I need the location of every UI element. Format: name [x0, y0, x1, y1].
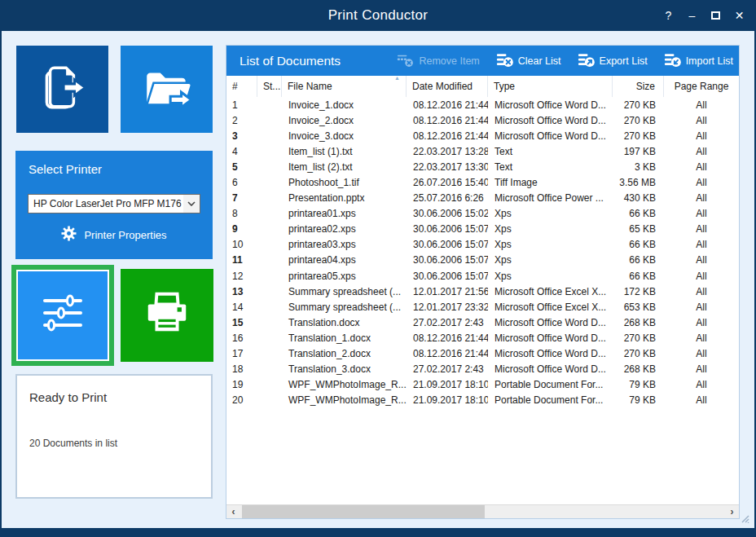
row-number: 10 [226, 239, 257, 250]
row-number: 12 [226, 271, 257, 282]
column-header-date-modified[interactable]: Date Modified [407, 76, 488, 97]
row-number: 11 [226, 254, 257, 266]
row-page-range: All [664, 239, 739, 250]
resize-grip-icon[interactable] [741, 512, 749, 526]
table-row[interactable]: 2 Invoice_2.docx 08.12.2016 21:44 Micros… [226, 112, 739, 128]
scroll-right-icon[interactable]: › [725, 505, 739, 518]
close-button[interactable]: ✕ [727, 0, 751, 31]
table-row[interactable]: 12 printarea05.xps 30.06.2006 15:07 Xps … [226, 268, 739, 284]
row-type: Microsoft Office Word D... [488, 363, 613, 375]
row-date-modified: 30.06.2006 15:07 [407, 254, 488, 266]
table-row[interactable]: 8 printarea01.xps 30.06.2006 15:02 Xps 6… [226, 206, 739, 222]
row-date-modified: 08.12.2016 21:44 [407, 348, 488, 359]
row-file-name: Invoice_1.docx [282, 99, 407, 111]
table-row[interactable]: 19 WPF_WMPhotoImage_R... 21.09.2017 18:1… [226, 377, 739, 393]
table-row[interactable]: 15 Translation.docx 27.02.2017 2:43 Micr… [226, 315, 739, 330]
export-list-button[interactable]: Export List [578, 51, 648, 71]
row-number: 6 [226, 177, 257, 188]
documents-header: List of Documents [226, 46, 739, 76]
row-size: 430 KB [613, 192, 664, 204]
row-page-range: All [664, 115, 739, 126]
print-settings-button[interactable] [11, 265, 114, 366]
table-row[interactable]: 14 Summary spreadsheet (... 12.01.2017 2… [226, 299, 739, 315]
table-row[interactable]: 20 WPF_WMPhotoImage_R... 21.09.2017 18:1… [226, 393, 739, 408]
add-files-button[interactable] [16, 46, 108, 133]
column-header-type[interactable]: Type [488, 76, 613, 97]
column-header-status[interactable]: St... [257, 76, 282, 97]
column-header-number[interactable]: # [226, 76, 257, 97]
row-number: 8 [226, 208, 257, 219]
sliders-icon [37, 288, 89, 343]
row-size: 3.56 MB [613, 177, 664, 188]
import-list-icon [664, 51, 681, 71]
row-file-name: printarea03.xps [282, 239, 407, 250]
row-page-range: All [664, 363, 739, 375]
row-date-modified: 08.12.2016 21:44 [407, 115, 488, 126]
table-row[interactable]: 18 Translation_3.docx 27.02.2017 2:43 Mi… [226, 362, 739, 377]
row-file-name: Invoice_3.docx [282, 130, 407, 142]
row-number: 9 [226, 223, 257, 235]
row-file-name: Photoshoot_1.tif [282, 177, 407, 188]
documents-table: 1 Invoice_1.docx 08.12.2016 21:44 Micros… [226, 97, 739, 408]
row-type: Xps [488, 208, 613, 219]
import-list-button[interactable]: Import List [664, 51, 733, 71]
clear-list-icon [496, 51, 513, 71]
row-date-modified: 08.12.2016 21:44 [407, 99, 488, 111]
row-file-name: Translation_3.docx [282, 363, 407, 375]
row-date-modified: 30.06.2006 15:07 [407, 239, 488, 250]
row-page-range: All [664, 208, 739, 219]
row-file-name: WPF_WMPhotoImage_R... [282, 394, 407, 406]
row-page-range: All [664, 161, 739, 173]
row-size: 65 KB [613, 223, 664, 235]
row-type: Microsoft Office Excel X... [488, 286, 613, 297]
minimize-button[interactable]: – [680, 0, 704, 31]
remove-item-button[interactable]: Remove Item [397, 51, 479, 71]
status-title: Ready to Print [29, 390, 107, 404]
table-row[interactable]: 9 printarea02.xps 30.06.2006 15:07 Xps 6… [226, 222, 739, 237]
row-number: 3 [226, 130, 257, 142]
table-row[interactable]: 3 Invoice_3.docx 08.12.2016 21:44 Micros… [226, 128, 739, 143]
row-date-modified: 27.02.2017 2:43 [407, 317, 488, 328]
printer-select-dropdown[interactable]: HP Color LaserJet Pro MFP M176 P( [28, 194, 200, 213]
row-page-range: All [664, 348, 739, 359]
scroll-left-icon[interactable]: ‹ [226, 505, 240, 518]
sort-ascending-icon: ▲ [394, 76, 400, 81]
table-row[interactable]: 16 Translation_1.docx 08.12.2016 21:44 M… [226, 330, 739, 346]
row-date-modified: 27.02.2017 2:43 [407, 363, 488, 375]
scrollbar-thumb[interactable] [242, 505, 485, 518]
table-row[interactable]: 7 Presentation.pptx 25.07.2016 6:26 Micr… [226, 191, 739, 206]
column-header-size[interactable]: Size [613, 76, 664, 97]
maximize-button[interactable] [704, 0, 727, 31]
column-header-page-range[interactable]: Page Range [664, 76, 739, 97]
row-type: Portable Document For... [488, 394, 613, 406]
table-row[interactable]: 5 Item_list (2).txt 22.03.2017 13:30 Tex… [226, 159, 739, 174]
remove-item-label: Remove Item [419, 55, 479, 67]
table-row[interactable]: 1 Invoice_1.docx 08.12.2016 21:44 Micros… [226, 97, 739, 112]
table-row[interactable]: 11 printarea04.xps 30.06.2006 15:07 Xps … [226, 253, 739, 268]
row-size: 268 KB [613, 317, 664, 328]
table-row[interactable]: 13 Summary spreadsheet (... 12.01.2017 2… [226, 284, 739, 299]
row-file-name: Invoice_2.docx [282, 115, 407, 126]
help-button[interactable]: ? [657, 0, 680, 31]
row-size: 79 KB [613, 394, 664, 406]
add-folder-button[interactable] [121, 46, 213, 133]
row-number: 13 [226, 286, 257, 297]
table-row[interactable]: 6 Photoshoot_1.tif 26.07.2016 15:40 Tiff… [226, 174, 739, 190]
maximize-icon [711, 11, 720, 20]
table-row[interactable]: 17 Translation_2.docx 08.12.2016 21:44 M… [226, 346, 739, 362]
row-type: Portable Document For... [488, 379, 613, 390]
printer-properties-button[interactable]: Printer Properties [15, 226, 213, 244]
row-number: 5 [226, 161, 257, 173]
print-button[interactable] [121, 269, 213, 362]
horizontal-scrollbar[interactable]: ‹ › [226, 504, 739, 518]
export-list-icon [578, 51, 595, 71]
clear-list-button[interactable]: Clear List [496, 51, 561, 71]
row-size: 270 KB [613, 348, 664, 359]
row-size: 270 KB [613, 130, 664, 142]
table-row[interactable]: 4 Item_list (1).txt 22.03.2017 13:28 Tex… [226, 143, 739, 159]
row-date-modified: 22.03.2017 13:28 [407, 146, 488, 157]
column-header-file-name[interactable]: File Name▲ [282, 76, 407, 97]
row-file-name: Summary spreadsheet (... [282, 286, 407, 297]
row-date-modified: 08.12.2016 21:44 [407, 130, 488, 142]
table-row[interactable]: 10 printarea03.xps 30.06.2006 15:07 Xps … [226, 237, 739, 253]
